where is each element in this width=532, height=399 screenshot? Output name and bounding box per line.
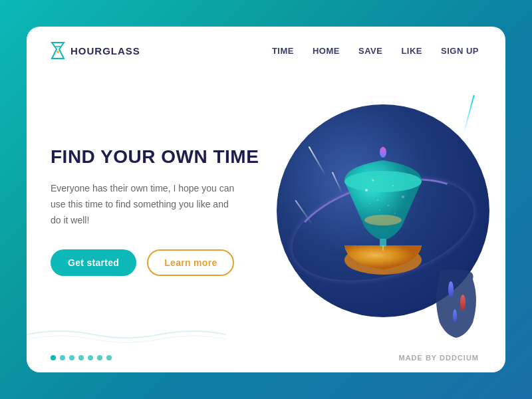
svg-point-4 xyxy=(344,171,422,192)
learn-more-button[interactable]: Learn more xyxy=(147,249,234,276)
star-line-1 xyxy=(309,146,327,176)
dot-1[interactable] xyxy=(51,355,56,360)
svg-point-19 xyxy=(460,295,466,311)
hourglass-icon xyxy=(51,41,65,60)
dot-4[interactable] xyxy=(78,355,84,360)
deco-shape-svg xyxy=(430,266,483,339)
dot-7[interactable] xyxy=(106,355,112,360)
footer: MADE BY DDDCIUM xyxy=(27,348,505,372)
svg-point-11 xyxy=(392,185,394,186)
svg-point-20 xyxy=(453,309,457,323)
svg-point-18 xyxy=(448,281,454,297)
hourglass-illustration xyxy=(330,147,436,280)
navigation: TIME HOME SAVE LIKE SIGN UP xyxy=(272,46,479,56)
svg-point-10 xyxy=(372,180,374,182)
svg-point-12 xyxy=(402,196,404,198)
nav-signup[interactable]: SIGN UP xyxy=(441,46,479,56)
pagination-dots xyxy=(51,355,112,360)
svg-point-8 xyxy=(380,147,386,158)
svg-point-5 xyxy=(364,215,402,225)
dot-5[interactable] xyxy=(88,355,93,360)
nav-save[interactable]: SAVE xyxy=(358,46,382,56)
wave-decoration xyxy=(27,325,226,344)
get-started-button[interactable]: Get started xyxy=(51,249,136,276)
accent-line xyxy=(463,95,474,134)
nav-time[interactable]: TIME xyxy=(272,46,294,56)
left-panel: FIND YOUR OWN TIME Everyone has their ow… xyxy=(51,73,277,342)
main-card: HOURGLASS TIME HOME SAVE LIKE SIGN UP FI… xyxy=(27,27,505,372)
svg-point-17 xyxy=(394,213,396,214)
main-content: FIND YOUR OWN TIME Everyone has their ow… xyxy=(27,66,505,348)
cta-buttons: Get started Learn more xyxy=(51,249,277,276)
right-panel xyxy=(277,73,489,342)
nav-home[interactable]: HOME xyxy=(313,46,340,56)
svg-point-13 xyxy=(377,200,378,201)
deco-container xyxy=(430,266,483,342)
made-by-text: MADE BY DDDCIUM xyxy=(398,354,479,362)
hero-description: Everyone has their own time, I hope you … xyxy=(51,181,237,228)
svg-point-2 xyxy=(57,51,59,53)
header: HOURGLASS TIME HOME SAVE LIKE SIGN UP xyxy=(27,27,505,66)
logo: HOURGLASS xyxy=(51,41,140,60)
svg-point-9 xyxy=(365,189,368,192)
logo-text: HOURGLASS xyxy=(70,45,140,57)
svg-point-14 xyxy=(388,205,389,206)
nav-like[interactable]: LIKE xyxy=(401,46,422,56)
svg-point-15 xyxy=(379,209,380,211)
page-headline: FIND YOUR OWN TIME xyxy=(51,146,277,168)
dot-2[interactable] xyxy=(60,355,65,360)
dot-3[interactable] xyxy=(69,355,74,360)
svg-point-16 xyxy=(369,203,370,204)
dot-6[interactable] xyxy=(97,355,102,360)
